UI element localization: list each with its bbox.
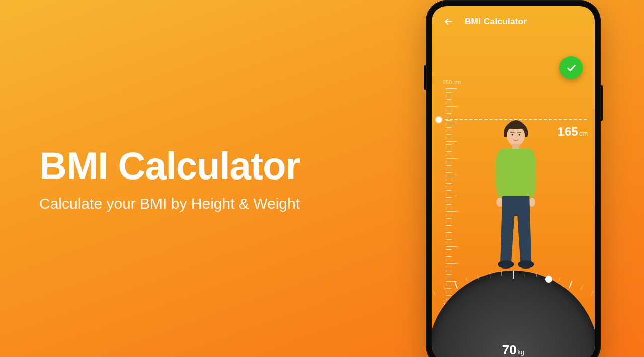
weight-readout: 70kg [432,342,595,357]
svg-point-6 [518,260,534,269]
person-avatar [483,116,548,277]
back-button[interactable] [442,15,455,28]
confirm-button[interactable] [559,56,583,79]
weight-dial-pointer[interactable] [545,276,552,283]
check-icon [566,62,577,73]
svg-point-8 [519,134,520,135]
arrow-left-icon [443,17,453,27]
svg-point-7 [512,134,513,135]
ruler-max-label: 250 cm [443,79,461,85]
svg-rect-2 [512,144,519,149]
svg-point-5 [498,260,514,269]
height-readout: 165cm [558,125,588,139]
app-bar: BMI Calculator [432,6,595,33]
hero-title: BMI Calculator [39,146,300,186]
weight-unit: kg [518,348,525,356]
avatar-icon [483,116,548,277]
weight-value: 70 [502,342,517,357]
app-bar-title: BMI Calculator [465,17,527,27]
height-ruler[interactable] [446,88,461,299]
hero-subtitle: Calculate your BMI by Height & Weight [39,195,300,212]
hero-block: BMI Calculator Calculate your BMI by Hei… [39,146,300,212]
phone-device-frame: BMI Calculator 250 cm 100 cm 165cm [426,0,601,357]
height-unit: cm [579,130,588,137]
svg-rect-9 [510,132,514,133]
height-slider-thumb[interactable] [436,117,442,123]
height-value: 165 [558,125,578,138]
phone-screen: BMI Calculator 250 cm 100 cm 165cm [432,6,595,357]
svg-rect-10 [517,132,521,133]
